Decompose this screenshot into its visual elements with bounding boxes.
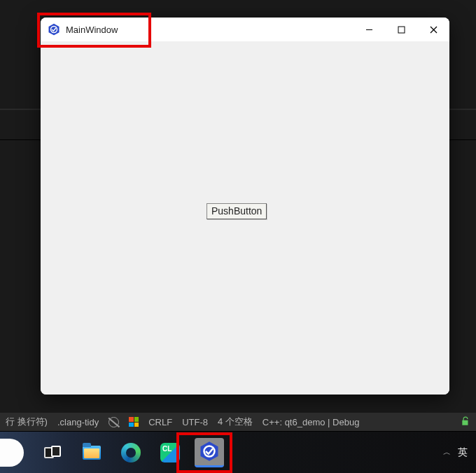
maximize-button[interactable]	[385, 18, 417, 41]
status-line-ending[interactable]: CRLF	[148, 417, 172, 427]
status-clang-tidy[interactable]: .clang-tidy	[57, 417, 99, 427]
start-button[interactable]	[0, 439, 24, 467]
taskbar: CL ︿ 英	[0, 432, 476, 473]
main-window: MainWindow PushButton	[41, 18, 449, 395]
window-controls	[353, 18, 449, 41]
titlebar[interactable]: MainWindow	[41, 18, 449, 41]
lock-icon[interactable]	[461, 416, 470, 428]
app-icon	[48, 23, 60, 36]
svg-rect-3	[398, 27, 405, 33]
status-indent[interactable]: 4 个空格	[218, 416, 253, 428]
edge-browser-icon[interactable]	[116, 438, 146, 467]
ime-indicator[interactable]: 英	[458, 446, 468, 459]
window-title: MainWindow	[66, 25, 118, 35]
no-preview-icon[interactable]	[108, 417, 119, 427]
window-client-area: PushButton	[41, 41, 449, 395]
push-button[interactable]: PushButton	[206, 203, 267, 219]
close-button[interactable]	[417, 18, 449, 41]
task-view-button[interactable]	[38, 438, 67, 467]
file-explorer-icon[interactable]	[77, 438, 106, 467]
ide-status-bar[interactable]: 行 换行符) .clang-tidy CRLF UTF-8 4 个空格 C++:…	[0, 413, 476, 431]
status-linebreak[interactable]: 行 换行符)	[6, 416, 48, 428]
taskbar-tray[interactable]: ︿ 英	[443, 446, 476, 459]
windows-logo-icon[interactable]	[129, 417, 139, 427]
status-run-config[interactable]: C++: qt6_demo | Debug	[262, 417, 360, 427]
minimize-button[interactable]	[353, 18, 385, 41]
clion-ide-icon[interactable]: CL	[155, 438, 185, 467]
status-encoding[interactable]: UTF-8	[182, 417, 208, 427]
tray-overflow-icon[interactable]: ︿	[443, 447, 451, 458]
qt-app-taskbar-icon[interactable]	[195, 438, 224, 467]
